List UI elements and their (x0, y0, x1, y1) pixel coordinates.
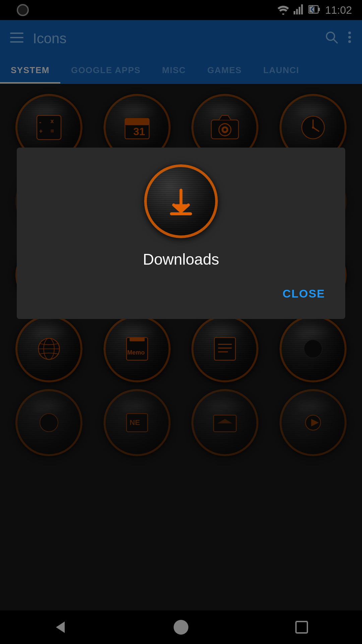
dialog-title: Downloads (143, 250, 219, 268)
close-button[interactable]: CLOSE (276, 282, 332, 306)
downloads-dialog-icon (144, 164, 218, 238)
dialog-actions: CLOSE (30, 282, 332, 306)
dialog-overlay[interactable] (0, 0, 362, 644)
downloads-dialog: Downloads CLOSE (17, 148, 345, 319)
